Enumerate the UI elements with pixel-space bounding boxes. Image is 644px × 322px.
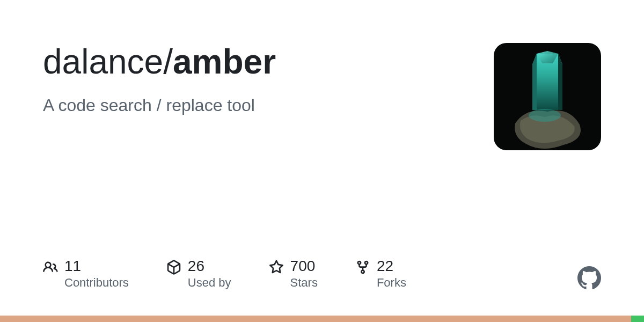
svg-marker-3 xyxy=(558,54,562,110)
contributors-label: Contributors xyxy=(64,276,129,290)
repo-description: A code search / replace tool xyxy=(43,96,494,115)
language-segment-other xyxy=(631,316,644,322)
language-bar xyxy=(0,316,644,322)
usedby-count: 26 xyxy=(188,259,231,274)
stat-usedby[interactable]: 26 Used by xyxy=(166,259,231,290)
repo-avatar[interactable] xyxy=(494,43,601,150)
package-icon xyxy=(166,260,181,275)
people-icon xyxy=(43,260,58,275)
contributors-count: 11 xyxy=(64,259,129,274)
slash-divider: / xyxy=(163,42,173,81)
stat-contributors[interactable]: 11 Contributors xyxy=(43,259,129,290)
stars-count: 700 xyxy=(290,259,318,274)
star-icon xyxy=(269,260,284,275)
svg-marker-2 xyxy=(532,54,537,110)
repo-owner[interactable]: dalance xyxy=(43,42,163,81)
usedby-label: Used by xyxy=(188,276,231,290)
stars-label: Stars xyxy=(290,276,318,290)
repo-name[interactable]: amber xyxy=(173,42,276,81)
svg-point-4 xyxy=(529,109,561,122)
language-segment-primary xyxy=(0,316,631,322)
forks-label: Forks xyxy=(377,276,406,290)
fork-icon xyxy=(355,260,370,275)
crystal-image xyxy=(499,48,596,150)
github-logo-icon[interactable] xyxy=(577,266,601,290)
repo-title: dalance/amber xyxy=(43,43,494,80)
stat-forks[interactable]: 22 Forks xyxy=(355,259,406,290)
stat-stars[interactable]: 700 Stars xyxy=(269,259,318,290)
forks-count: 22 xyxy=(377,259,406,274)
repo-stats: 11 Contributors 26 Used by 700 Stars xyxy=(43,259,406,290)
